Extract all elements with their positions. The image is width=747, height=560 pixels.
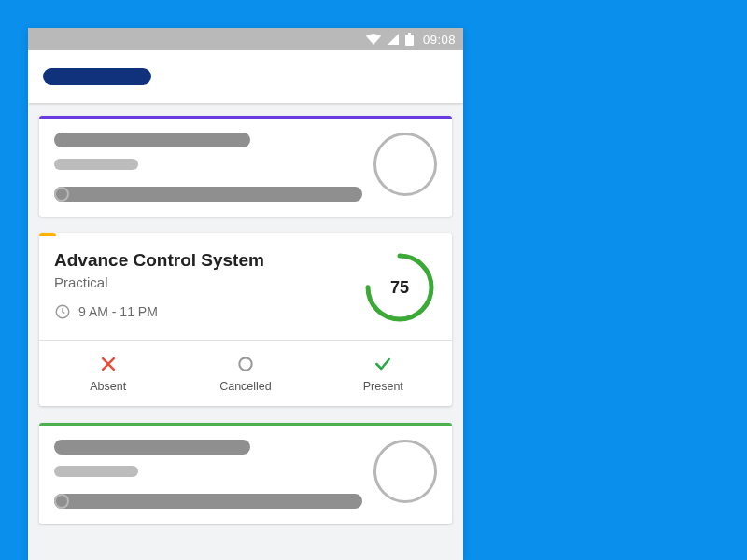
device-frame: 09:08	[28, 28, 463, 560]
clock-icon	[54, 494, 69, 509]
attendance-progress-ring: 75	[362, 250, 437, 325]
course-time: 9 AM - 11 PM	[54, 303, 351, 320]
circle-icon	[176, 352, 314, 376]
app-title-placeholder	[43, 68, 151, 85]
placeholder-bar	[54, 133, 250, 147]
cancelled-label: Cancelled	[176, 380, 314, 393]
check-icon	[315, 352, 452, 376]
close-icon	[39, 352, 176, 376]
svg-point-5	[239, 357, 251, 370]
cell-signal-icon	[387, 34, 400, 45]
progress-ring-placeholder	[374, 133, 437, 196]
card-accent	[39, 423, 452, 426]
status-bar: 09:08	[28, 28, 463, 50]
course-time-text: 9 AM - 11 PM	[78, 304, 158, 319]
placeholder-bar	[54, 159, 138, 170]
attendance-value: 75	[362, 250, 437, 325]
placeholder-time-row	[54, 494, 362, 509]
card-accent	[39, 116, 452, 119]
placeholder-bar	[78, 189, 181, 200]
placeholder-bar	[54, 440, 250, 455]
svg-rect-1	[408, 33, 411, 35]
course-card[interactable]	[39, 116, 452, 217]
present-button[interactable]: Present	[315, 341, 452, 406]
cancelled-button[interactable]: Cancelled	[176, 341, 314, 406]
placeholder-bar	[78, 496, 181, 507]
course-card-active[interactable]: Advance Control System Practical 9 AM - …	[39, 233, 452, 406]
attendance-actions: Absent Cancelled Present	[39, 340, 452, 406]
clock-icon	[54, 303, 71, 320]
clock-icon	[54, 187, 69, 202]
card-accent	[39, 233, 56, 236]
content-scroll[interactable]: Advance Control System Practical 9 AM - …	[28, 103, 463, 553]
placeholder-time-row	[54, 187, 362, 202]
svg-rect-0	[405, 35, 414, 46]
absent-label: Absent	[39, 380, 176, 393]
course-subtitle: Practical	[54, 274, 351, 290]
app-bar	[28, 50, 463, 103]
wifi-icon	[366, 34, 381, 45]
absent-button[interactable]: Absent	[39, 341, 176, 406]
progress-ring-placeholder	[374, 440, 437, 503]
battery-icon	[405, 33, 414, 46]
status-clock: 09:08	[423, 33, 456, 47]
course-card[interactable]	[39, 423, 452, 524]
present-label: Present	[315, 380, 452, 393]
placeholder-bar	[54, 466, 138, 477]
course-title: Advance Control System	[54, 250, 351, 271]
